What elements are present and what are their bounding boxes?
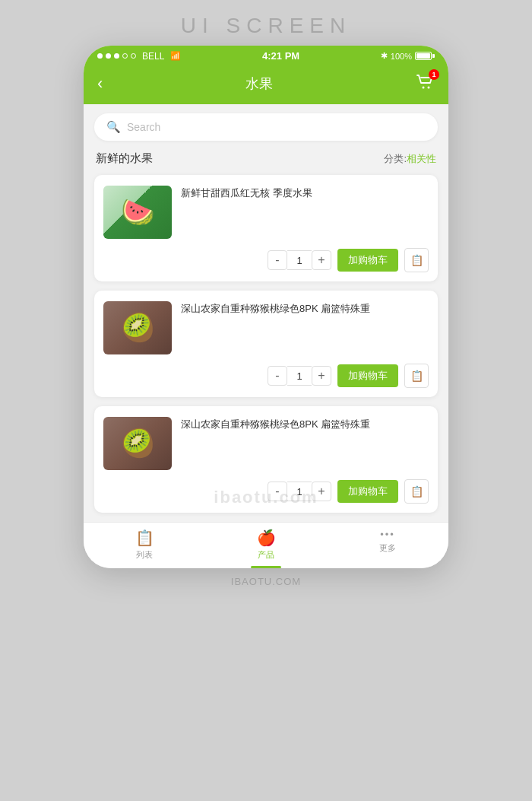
footer-watermark: IBAOTU.COM [231,576,301,587]
add-cart-button-2[interactable]: 加购物车 [337,364,398,387]
svg-point-0 [422,87,424,89]
qty-plus-1[interactable]: + [312,250,331,270]
qty-control-2: - 1 + [268,366,331,386]
list-nav-label: 列表 [136,549,153,561]
page-title: UI SCREEN [181,14,351,38]
bottom-nav: 📋 列表 🍎 产品 ••• 更多 [84,522,448,568]
list-icon-button-1[interactable]: 📋 [404,248,429,272]
card-top-1: 新鲜甘甜西瓜红无核 季度水果 [103,186,429,239]
nav-item-more[interactable]: ••• 更多 [327,529,448,561]
signal-dot-5 [131,53,136,59]
signal-dot-1 [97,53,103,59]
signal-dot-3 [114,53,119,59]
signal-dot-2 [106,53,111,59]
section-title: 新鲜的水果 [96,151,153,166]
nav-bar: ‹ 水果 1 [84,65,448,104]
product-info-1: 新鲜甘甜西瓜红无核 季度水果 [181,186,429,239]
add-cart-button-3[interactable]: 加购物车 [337,480,398,503]
qty-minus-2[interactable]: - [268,366,287,386]
qty-num-1: 1 [287,250,312,270]
status-left: BELL 📶 [97,51,181,62]
cart-button[interactable]: 1 [415,72,435,95]
products-nav-label: 产品 [258,549,274,561]
section-sort[interactable]: 分类:相关性 [384,152,436,166]
qty-control-3: - 1 + [268,482,331,501]
search-bar[interactable]: 🔍 Search [94,113,438,141]
wifi-icon: 📶 [170,51,181,61]
qty-plus-2[interactable]: + [312,366,331,386]
list-nav-icon: 📋 [135,529,154,547]
qty-minus-3[interactable]: - [268,482,287,501]
product-name-2: 深山农家自重种猕猴桃绿色8PK 扁篮特殊重 [181,301,429,316]
card-bottom-1: - 1 + 加购物车 📋 [103,248,429,272]
section-header: 新鲜的水果 分类:相关性 [94,151,438,166]
more-nav-icon: ••• [380,529,395,540]
qty-control-1: - 1 + [268,250,331,270]
list-icon-button-3[interactable]: 📋 [404,479,429,504]
status-time: 4:21 PM [262,50,299,62]
product-info-3: 深山农家自重种猕猴桃绿色8PK 扁篮特殊重 [181,417,429,470]
product-card-3: 深山农家自重种猕猴桃绿色8PK 扁篮特殊重 - 1 + 加购物车 📋 [94,406,438,513]
section-sort-value: 相关性 [407,153,436,164]
svg-point-1 [427,87,429,89]
card-top-3: 深山农家自重种猕猴桃绿色8PK 扁篮特殊重 [103,417,429,470]
product-name-3: 深山农家自重种猕猴桃绿色8PK 扁篮特殊重 [181,417,429,432]
status-right: ✱ 100% [381,51,435,61]
product-info-2: 深山农家自重种猕猴桃绿色8PK 扁篮特殊重 [181,301,429,354]
more-nav-label: 更多 [379,542,396,554]
nav-item-list[interactable]: 📋 列表 [84,529,205,561]
products-nav-icon: 🍎 [257,529,276,547]
search-icon: 🔍 [106,120,121,134]
product-image-1 [103,186,172,239]
add-cart-button-1[interactable]: 加购物车 [337,249,398,272]
battery-icon [415,52,435,60]
product-image-3 [103,417,172,470]
content-area: 🔍 Search 新鲜的水果 分类:相关性 新鲜甘甜西瓜红无核 季度水果 [84,104,448,513]
nav-active-indicator [251,566,281,568]
signal-dot-4 [122,53,128,59]
card-top-2: 深山农家自重种猕猴桃绿色8PK 扁篮特殊重 [103,301,429,354]
nav-item-products[interactable]: 🍎 产品 [205,529,327,561]
battery-pct: 100% [391,52,412,61]
qty-num-2: 1 [287,366,312,386]
list-icon-button-2[interactable]: 📋 [404,364,429,388]
qty-num-3: 1 [287,482,312,501]
product-card-1: 新鲜甘甜西瓜红无核 季度水果 - 1 + 加购物车 📋 [94,175,438,281]
status-bar: BELL 📶 4:21 PM ✱ 100% [84,46,448,65]
phone-frame: BELL 📶 4:21 PM ✱ 100% ‹ 水果 1 [84,46,448,568]
carrier-label: BELL [142,51,164,62]
search-placeholder: Search [127,121,160,133]
card-bottom-3: - 1 + 加购物车 📋 [103,479,429,504]
qty-plus-3[interactable]: + [312,482,331,501]
bluetooth-icon: ✱ [381,51,388,61]
qty-minus-1[interactable]: - [268,250,287,270]
card-bottom-2: - 1 + 加购物车 📋 [103,364,429,388]
nav-title: 水果 [245,75,273,93]
product-name-1: 新鲜甘甜西瓜红无核 季度水果 [181,186,429,201]
back-button[interactable]: ‹ [97,74,103,94]
product-image-2 [103,301,172,354]
product-card-2: 深山农家自重种猕猴桃绿色8PK 扁篮特殊重 - 1 + 加购物车 📋 [94,291,438,397]
cart-badge: 1 [429,69,439,80]
